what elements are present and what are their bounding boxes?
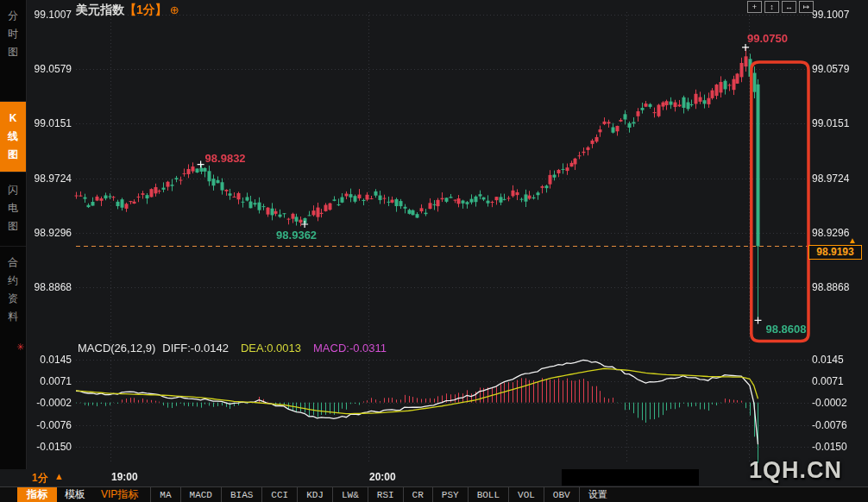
time-axis-label: 19:00 [111, 471, 138, 483]
right-axis-label: 0.0071 [812, 375, 844, 387]
chart-window: 分时图K线图闪电图合约资料 ✳ 美元指数【1分】⊕ +↕↔↦ MACD(26,1… [0, 0, 868, 502]
right-axis-label: 99.0579 [812, 63, 849, 75]
alarm-icon[interactable]: ✳ [16, 342, 24, 353]
timeframe-label[interactable]: 1分 [32, 471, 48, 486]
chart-tool-icons: +↕↔↦ [747, 1, 814, 13]
period-tag: 【1分】 [124, 3, 167, 16]
right-axis-label: 99.0151 [812, 117, 849, 129]
sidebar-tab-label: 闪电图 [7, 181, 19, 235]
last-price-badge: 98.9193 [808, 245, 862, 260]
pan-icon[interactable]: + [747, 1, 762, 13]
redaction-box [562, 469, 699, 486]
right-axis-label: -0.0002 [812, 397, 847, 409]
timeframe-dropdown-icon[interactable]: ▲ [54, 471, 64, 481]
last-price-direction-icon: ▲ [848, 235, 857, 245]
toolbar-indicator-kdj[interactable]: KDJ [298, 487, 333, 502]
time-axis-label: 20:00 [369, 471, 396, 483]
macd-header: MACD(26,12,9)DIFF:-0.0142DEA:0.0013MACD:… [78, 342, 387, 355]
instrument-name: 美元指数 [76, 3, 124, 16]
toolbar-indicator-psy[interactable]: PSY [433, 487, 469, 502]
toolbar-indicator-lw[interactable]: LW& [333, 487, 368, 502]
macd-diff-value: DIFF:-0.0142 [162, 342, 229, 355]
sidebar-tab-label: 分时图 [7, 7, 19, 61]
watermark: 1QH.CN [749, 457, 842, 484]
sidebar-tab-label: 合约资料 [7, 254, 19, 326]
chart-type-sidebar: 分时图K线图闪电图合约资料 [0, 0, 27, 469]
right-axis-label: 99.1007 [812, 9, 849, 21]
x-axis-scale-icon[interactable]: ↔ [782, 1, 796, 13]
toolbar-indicator-cr[interactable]: CR [404, 487, 433, 502]
right-axis-label: -0.0150 [812, 441, 847, 453]
expand-icon[interactable]: ⊕ [170, 3, 179, 16]
sidebar-tab-kline[interactable]: K线图 [0, 102, 26, 173]
toolbar-indicator-bias[interactable]: BIAS [222, 487, 262, 502]
macd-dea-value: DEA:0.0013 [241, 342, 301, 355]
right-axis-label: 98.8868 [812, 281, 849, 293]
right-axis-label: 0.0145 [812, 354, 844, 366]
toolbar-tab-vip-indicator[interactable]: VIP指标 [93, 487, 146, 502]
shift-right-icon[interactable]: ↦ [799, 1, 814, 13]
toolbar-indicator-obv[interactable]: OBV [544, 487, 580, 502]
sidebar-tab-item2[interactable]: 闪电图 [0, 173, 26, 247]
sidebar-tab-label: K线图 [7, 110, 19, 164]
toolbar-indicator-cci[interactable]: CCI [262, 487, 298, 502]
right-axis-label: 98.9296 [812, 227, 849, 239]
toolbar-indicator-boll[interactable]: BOLL [469, 487, 509, 502]
toolbar-tab-indicator[interactable]: 指标 [17, 487, 57, 502]
indicator-toolbar: 指标模板VIP指标MAMACDBIASCCIKDJLW&RSICRPSYBOLL… [0, 486, 868, 502]
y-axis-scale-icon[interactable]: ↕ [764, 1, 779, 13]
chart-title: 美元指数【1分】⊕ [76, 3, 179, 18]
toolbar-settings[interactable]: 设置 [580, 487, 616, 502]
toolbar-indicator-ma[interactable]: MA [150, 487, 180, 502]
toolbar-indicator-rsi[interactable]: RSI [368, 487, 404, 502]
macd-formula-label: MACD(26,12,9) [78, 342, 155, 355]
right-axis-label: 98.9724 [812, 173, 849, 185]
macd-macd-value: MACD:-0.0311 [313, 342, 387, 355]
sidebar-tab-item3[interactable]: 合约资料 [0, 247, 26, 335]
toolbar-indicator-vol[interactable]: VOL [509, 487, 544, 502]
toolbar-indicator-macd[interactable]: MACD [181, 487, 222, 502]
candlestick-chart-canvas[interactable] [0, 0, 868, 502]
toolbar-tab-template[interactable]: 模板 [57, 487, 93, 502]
sidebar-tab-item0[interactable]: 分时图 [0, 0, 26, 102]
right-axis-label: -0.0076 [812, 419, 847, 431]
